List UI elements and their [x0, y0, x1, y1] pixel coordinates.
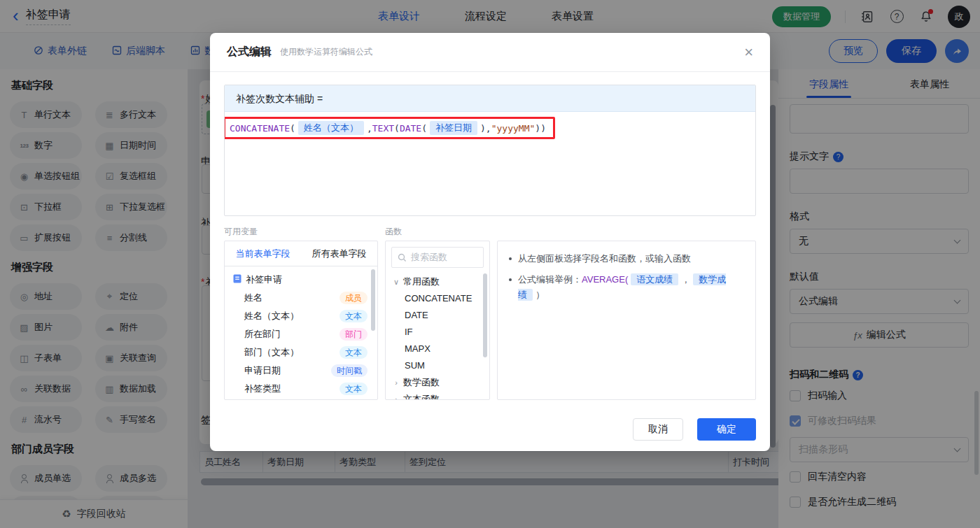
- hint-line-1: 从左侧面板选择字段名和函数，或输入函数: [509, 251, 744, 266]
- variable-type-badge: 文本: [340, 383, 368, 395]
- variable-type-badge: 时间戳: [331, 364, 368, 377]
- app-root: ‹ 补签申请 表单设计流程设定表单设置 数据管理 政: [0, 0, 980, 528]
- tab-current-form-fields[interactable]: 当前表单字段: [225, 241, 301, 266]
- modal-footer: 取消 确定: [210, 408, 770, 451]
- search-icon: [398, 253, 407, 262]
- cancel-button[interactable]: 取消: [633, 418, 683, 441]
- formula-edit-modal: 公式编辑 使用数学运算符编辑公式 × 补签次数文本辅助 = CONCATENAT…: [210, 33, 770, 451]
- variable-row[interactable]: 部门（文本）文本: [225, 343, 377, 362]
- bullet-icon: [509, 257, 512, 260]
- formula-token: (: [394, 123, 400, 134]
- chevron-right-icon: ›: [393, 378, 400, 387]
- variable-name: 所在部门: [244, 328, 281, 341]
- variables-root-label: 补签申请: [246, 273, 282, 286]
- variable-name: 部门（文本）: [244, 346, 299, 359]
- close-icon[interactable]: ×: [744, 45, 753, 60]
- hint-column: 从左侧面板选择字段名和函数，或输入函数 公式编辑举例：AVERAGE(语文成绩，…: [497, 226, 756, 400]
- variables-panel: 当前表单字段 所有表单字段 补签申请姓名成员姓名（文本）文本所在部门部门部门（文…: [224, 241, 378, 400]
- search-placeholder: 搜索函数: [411, 251, 447, 264]
- hint-line-2: 公式编辑举例：AVERAGE(语文成绩，数学成绩）: [509, 272, 744, 303]
- modal-title: 公式编辑: [227, 45, 272, 59]
- variables-column: 可用变量 当前表单字段 所有表单字段 补签申请姓名成员姓名（文本）文本所在部门部…: [224, 226, 378, 400]
- function-group-label: 文本函数: [403, 393, 440, 400]
- formula-editor[interactable]: 补签次数文本辅助 = CONCATENATE(姓名（文本） ,TEXT(DATE…: [224, 85, 756, 216]
- form-doc-icon: [233, 274, 241, 283]
- function-item[interactable]: DATE: [386, 307, 489, 324]
- variable-type-badge: 成员: [340, 292, 368, 304]
- field-chip[interactable]: 姓名（文本）: [298, 121, 364, 135]
- formula-token: CONCATENATE: [230, 123, 290, 134]
- formula-editor-body[interactable]: CONCATENATE(姓名（文本） ,TEXT(DATE(补签日期),"yyy…: [225, 112, 755, 139]
- variable-name: 姓名: [244, 292, 262, 304]
- tab-all-form-fields[interactable]: 所有表单字段: [301, 241, 377, 266]
- variable-name: 姓名（文本）: [244, 310, 299, 322]
- formula-token: )): [535, 123, 546, 134]
- variable-type-badge: 文本: [340, 346, 368, 359]
- bullet-icon: [509, 278, 512, 281]
- formula-token: ）: [536, 290, 545, 300]
- variable-name: 补签类型: [244, 383, 281, 395]
- confirm-button[interactable]: 确定: [697, 418, 756, 441]
- variable-row[interactable]: 姓名成员: [225, 289, 377, 307]
- field-chip[interactable]: 补签日期: [430, 121, 477, 135]
- function-item[interactable]: SUM: [386, 357, 489, 374]
- chevron-right-icon: ›: [393, 395, 400, 400]
- field-chip[interactable]: 语文成绩: [631, 273, 678, 285]
- formula-token: DATE: [400, 123, 421, 134]
- formula-target-field: 补签次数文本辅助 =: [225, 85, 755, 112]
- variables-scrollbar[interactable]: [371, 269, 375, 331]
- form-doc-icon: [233, 274, 241, 285]
- formula-token: "yyyyMM": [491, 123, 536, 134]
- formula-token: AVERAGE(: [582, 274, 628, 285]
- modal-subtitle: 使用数学运算符编辑公式: [280, 46, 372, 58]
- function-group[interactable]: ›文本函数: [386, 391, 489, 400]
- variable-row[interactable]: 所在部门部门: [225, 325, 377, 343]
- function-search-input[interactable]: 搜索函数: [391, 247, 484, 268]
- formula-token: ),: [480, 123, 491, 134]
- modal-body: 补签次数文本辅助 = CONCATENATE(姓名（文本） ,TEXT(DATE…: [210, 72, 770, 400]
- functions-scrollbar[interactable]: [483, 273, 487, 357]
- hint-panel: 从左侧面板选择字段名和函数，或输入函数 公式编辑举例：AVERAGE(语文成绩，…: [497, 241, 756, 400]
- chevron-down-icon: ∨: [393, 278, 400, 287]
- function-item[interactable]: MAPX: [386, 341, 489, 357]
- function-group[interactable]: ›数学函数: [386, 374, 489, 391]
- variable-type-badge: 文本: [340, 310, 368, 322]
- function-group-label: 数学函数: [403, 376, 440, 389]
- hint-label-spacer: [497, 226, 756, 236]
- formula-expression[interactable]: CONCATENATE(姓名（文本） ,TEXT(DATE(补签日期),"yyy…: [224, 117, 555, 139]
- modal-lower-section: 可用变量 当前表单字段 所有表单字段 补签申请姓名成员姓名（文本）文本所在部门部…: [224, 226, 756, 400]
- formula-token: ,: [367, 123, 372, 134]
- variables-list: 补签申请姓名成员姓名（文本）文本所在部门部门部门（文本）文本申请日期时间戳补签类…: [225, 271, 377, 400]
- function-group[interactable]: ∨常用函数: [386, 273, 489, 290]
- modal-header: 公式编辑 使用数学运算符编辑公式 ×: [210, 33, 770, 72]
- formula-token: ，: [681, 274, 690, 285]
- formula-token: (: [421, 123, 427, 134]
- variables-root: 补签申请: [225, 271, 377, 289]
- variable-name: 申请日期: [244, 364, 281, 377]
- variable-row[interactable]: 姓名（文本）文本: [225, 307, 377, 325]
- functions-column: 函数 搜索函数 ∨常用函数CONCATENATEDATEIFMAPXSUM›数学…: [385, 226, 490, 400]
- formula-token: (: [290, 123, 295, 134]
- variable-type-badge: 部门: [340, 328, 368, 341]
- functions-tree: ∨常用函数CONCATENATEDATEIFMAPXSUM›数学函数›文本函数: [386, 273, 489, 400]
- functions-label: 函数: [385, 226, 490, 236]
- variables-label: 可用变量: [224, 226, 378, 236]
- formula-token: 公式编辑举例：: [518, 274, 582, 285]
- variable-row[interactable]: 申请日期时间戳: [225, 362, 377, 380]
- function-item[interactable]: CONCATENATE: [386, 290, 489, 307]
- variable-row[interactable]: 补签类型文本: [225, 380, 377, 398]
- function-item[interactable]: IF: [386, 324, 489, 341]
- functions-panel: 搜索函数 ∨常用函数CONCATENATEDATEIFMAPXSUM›数学函数›…: [385, 241, 490, 400]
- variables-tabs: 当前表单字段 所有表单字段: [225, 241, 377, 266]
- function-group-label: 常用函数: [403, 276, 440, 288]
- formula-token: TEXT: [372, 123, 394, 134]
- variable-row[interactable]: 文本: [225, 398, 377, 400]
